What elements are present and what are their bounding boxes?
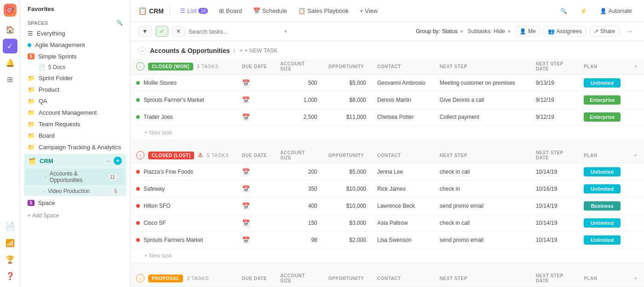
calendar-icon[interactable]: 📅 (242, 185, 250, 193)
calendar-icon[interactable]: 📅 (242, 96, 250, 104)
add-col-won[interactable]: + (634, 63, 638, 70)
new-task-cell-won[interactable]: + New task (131, 126, 644, 140)
assignees-button[interactable]: 👥 Assignees (544, 26, 586, 37)
sidebar-item-product[interactable]: 📁 Product (20, 84, 130, 95)
tab-schedule[interactable]: 📅 Schedule (248, 6, 292, 16)
notifications-icon[interactable]: 🔔 (3, 55, 17, 70)
calendar-icon[interactable]: 📅 (242, 113, 250, 121)
lost-collapse-btn[interactable]: ○ (136, 151, 144, 159)
add-col-lost[interactable]: + (634, 152, 638, 159)
sidebar-item-accounts-opp[interactable]: ○ Accounts & Opportunities 11 (26, 169, 125, 185)
share-icon: ↗ (594, 28, 598, 35)
contact-cell: Dennis Martin (372, 92, 434, 109)
everything-icon: ☰ (28, 30, 33, 37)
plan-cell: Enterprise (578, 109, 628, 126)
table-row[interactable]: Mollie Stones 📅 500 $5,000 Geovanni Ambr… (131, 75, 644, 92)
table-row[interactable]: Safeway 📅 350 $10,000 Rick James check i… (131, 181, 644, 198)
tab-sales-playbook[interactable]: 📋 Sales Playbook (293, 6, 353, 16)
add-space-button[interactable]: + Add Space (20, 209, 130, 223)
plan-badge: Unlimited (584, 167, 621, 176)
group-by-chevron: ▼ (460, 29, 464, 34)
extra-cell (628, 109, 644, 126)
sidebar-item-video-production[interactable]: ○ Video Production 5 (24, 186, 126, 196)
tab-view-add[interactable]: + View (355, 6, 382, 16)
campaign-icon: 📁 (28, 144, 35, 151)
table-row[interactable]: Piazza's Fine Foods 📅 200 $5,000 Jenna L… (131, 164, 644, 181)
won-collapse-btn[interactable]: ○ (136, 62, 144, 70)
sidebar-item-everything[interactable]: ☰ Everything (20, 28, 130, 39)
table-row[interactable]: Cisco SF 📅 150 $3,000 Asia Paltrow check… (131, 215, 644, 232)
search-button[interactable]: 🔍 (556, 6, 572, 16)
more-button[interactable]: ··· (623, 26, 637, 36)
section-collapse-button[interactable]: ○ (138, 47, 146, 55)
table-row[interactable]: Hilton SFO 📅 400 $10,000 Lawrence Beck s… (131, 198, 644, 215)
sidebar-item-campaign[interactable]: 📁 Campaign Tracking & Analytics (20, 141, 130, 153)
task-name-cell: Sprouts Farmer's Market (131, 92, 236, 109)
crm-add-button[interactable]: + (114, 157, 122, 165)
sidebar-item-sprint-folder[interactable]: 📁 Sprint Folder (20, 72, 130, 84)
plan-cell: Enterprise (578, 92, 628, 109)
docs-icon[interactable]: 📄 (3, 219, 17, 234)
tab-board[interactable]: ⊞ Board (214, 6, 247, 16)
table-row[interactable]: Trader Joes 📅 2,500 $11,000 Chelsea Pott… (131, 109, 644, 126)
me-button[interactable]: 👤 Me (515, 26, 540, 37)
new-task-row-lost[interactable]: + New task (131, 249, 644, 263)
th-next-step-won: NEXT STEP (434, 59, 530, 75)
section-header: ○ Accounts & Opportunities ℹ + + NEW TAS… (131, 41, 644, 59)
calendar-icon[interactable]: 📅 (242, 236, 250, 244)
new-task-cell-lost[interactable]: + New task (131, 249, 644, 263)
circle-icon2: ○ (42, 189, 45, 194)
filter-clear[interactable]: ✕ (172, 26, 185, 37)
th-next-step-date-lost: NEXT STEP DATE (530, 147, 578, 164)
plan-badge: Unlimited (584, 235, 621, 245)
calendar-icon[interactable]: 📅 (242, 219, 250, 227)
group-by-control[interactable]: Group by: Status ▼ (416, 28, 464, 35)
app-logo[interactable]: 🎯 (4, 4, 17, 17)
search-spaces-icon[interactable]: 🔍 (116, 20, 123, 26)
add-col-proposal[interactable]: + (634, 275, 638, 282)
apps-icon[interactable]: ⊞ (3, 72, 17, 87)
table-row[interactable]: Sprouts Farmer's Market 📅 1,000 $8,000 D… (131, 92, 644, 109)
crm-header[interactable]: 🗂️ CRM ··· + (24, 154, 126, 168)
sidebar-item-board[interactable]: 📁 Board (20, 130, 130, 141)
sidebar-subitem-5docs[interactable]: 📄 5 Docs (20, 62, 130, 72)
sidebar-item-qa[interactable]: 📁 QA (20, 95, 130, 107)
goals-icon[interactable]: 🏆 (3, 252, 17, 267)
filter-button[interactable]: ▼ (138, 26, 152, 37)
proposal-collapse-btn[interactable]: ○ (136, 274, 144, 282)
pulse-icon[interactable]: 📶 (3, 235, 17, 250)
calendar-icon[interactable]: 📅 (242, 79, 250, 87)
help-icon[interactable]: ❓ (3, 269, 17, 283)
calendar-icon[interactable]: 📅 (242, 202, 250, 210)
next-step-date-cell: 9/12/19 (530, 109, 578, 126)
subtasks-control[interactable]: Subtasks: Hide ▼ (468, 28, 512, 35)
th-add-lost: + (628, 147, 644, 164)
sidebar-item-account-mgmt[interactable]: 📁 Account Management (20, 107, 130, 118)
automate-button[interactable]: 👤 Automate (595, 6, 637, 16)
table-row[interactable]: Sprouts Farmers Market 📅 98 $2,000 Lisa … (131, 232, 644, 249)
tasks-icon[interactable]: ✓ (3, 39, 17, 53)
tab-list[interactable]: ☰ List 14 (175, 6, 213, 16)
th-next-step-date-proposal: NEXT STEP DATE (530, 270, 578, 287)
share-button[interactable]: ↗ Share (590, 26, 619, 37)
home-icon[interactable]: 🏠 (3, 22, 17, 37)
th-contact-proposal: CONTACT (372, 270, 434, 287)
sidebar-item-team-requests[interactable]: 📁 Team Requests (20, 118, 130, 130)
calendar-icon[interactable]: 📅 (242, 168, 250, 176)
sidebar-item-simple-sprints[interactable]: S Simple Sprints (20, 51, 130, 62)
sidebar-item-agile[interactable]: Agile Management (20, 39, 130, 51)
filter-toggle-1[interactable]: ✓ (155, 26, 168, 37)
new-task-button[interactable]: + + NEW TASK (239, 47, 277, 54)
sidebar-item-space[interactable]: S Space (20, 197, 130, 209)
automate-icon: 👤 (600, 8, 607, 14)
new-task-row-won[interactable]: + New task (131, 126, 644, 140)
search-input[interactable] (189, 28, 281, 35)
task-name-cell: Mollie Stones (131, 75, 236, 92)
lost-warning-icon: ⚠ (198, 152, 203, 158)
th-next-step-date-won: NEXT STEP DATE (530, 59, 578, 75)
crm-more-icon[interactable]: ··· (106, 158, 111, 164)
lightning-button[interactable]: ⚡ (575, 6, 592, 16)
search-chevron-icon[interactable]: ▼ (283, 29, 288, 34)
info-icon[interactable]: ℹ (233, 47, 236, 54)
favorites-header: Favorites (20, 0, 130, 16)
